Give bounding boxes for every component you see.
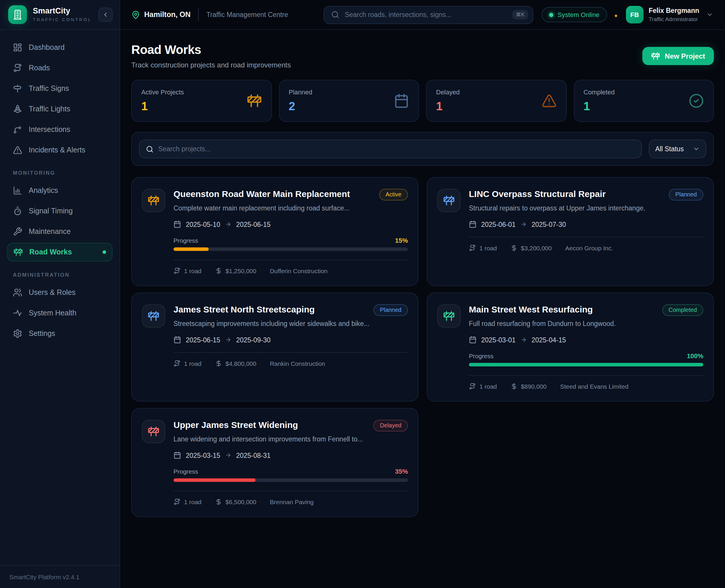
map-pin-icon bbox=[131, 10, 140, 19]
timer-icon bbox=[13, 206, 22, 216]
sidebar-item-label: Users & Roles bbox=[29, 289, 76, 297]
project-description: Streetscaping improvements including wid… bbox=[173, 320, 408, 327]
construction-icon bbox=[437, 189, 461, 212]
roads-count: 1 road bbox=[184, 498, 201, 505]
dollar-icon bbox=[511, 245, 517, 252]
sidebar-item-dashboard[interactable]: Dashboard bbox=[7, 38, 112, 57]
sidebar-item-intersections[interactable]: Intersections bbox=[7, 120, 112, 139]
stat-value: 1 bbox=[436, 100, 460, 113]
sidebar-section-administration: ADMINISTRATION bbox=[13, 272, 107, 278]
end-date: 2025-07-30 bbox=[532, 221, 566, 228]
status-filter-value: All Status bbox=[655, 145, 684, 152]
location-name: Hamilton, ON bbox=[144, 10, 191, 19]
end-date: 2025-08-31 bbox=[236, 452, 271, 459]
system-status-label: System Online bbox=[557, 11, 599, 18]
chevron-down-icon bbox=[706, 11, 713, 18]
project-dates: 2025-03-01 2025-04-15 bbox=[469, 336, 703, 343]
top-bar: Hamilton, ON Traffic Management Centre ⌘… bbox=[120, 0, 725, 30]
project-card-james-street-north[interactable]: James Street North Streetscaping Planned… bbox=[131, 293, 419, 402]
sidebar-header: SmartCity TRAFFIC CONTROL bbox=[0, 0, 120, 30]
search-icon bbox=[146, 145, 153, 153]
stat-value: 1 bbox=[141, 100, 184, 113]
sidebar-item-label: Settings bbox=[29, 330, 55, 338]
start-date: 2025-03-01 bbox=[481, 336, 516, 343]
sidebar-item-analytics[interactable]: Analytics bbox=[7, 181, 112, 200]
chevron-left-icon bbox=[102, 11, 109, 18]
progress-fill bbox=[173, 247, 209, 251]
sidebar-collapse-button[interactable] bbox=[99, 8, 112, 22]
sidebar-item-road-works[interactable]: Road Works bbox=[7, 243, 112, 261]
dollar-icon bbox=[511, 383, 517, 390]
project-contractor: Brennan Paving bbox=[270, 498, 314, 505]
global-search-input[interactable] bbox=[345, 11, 507, 18]
start-date: 2025-05-10 bbox=[186, 221, 220, 228]
arrow-right-icon bbox=[225, 336, 232, 343]
route-icon bbox=[469, 383, 476, 390]
end-date: 2025-06-15 bbox=[236, 221, 271, 228]
bar-chart-icon bbox=[13, 186, 22, 195]
traffic-cone-icon bbox=[13, 104, 22, 114]
construction-icon bbox=[14, 247, 23, 257]
sidebar-item-traffic-lights[interactable]: Traffic Lights bbox=[7, 100, 112, 119]
brand-tagline: TRAFFIC CONTROL bbox=[33, 17, 92, 23]
sidebar-item-settings[interactable]: Settings bbox=[7, 324, 112, 343]
user-info: Felix Bergmann Traffic Administrator bbox=[648, 7, 699, 22]
project-budget: $6,500,000 bbox=[226, 498, 256, 505]
stat-label: Planned bbox=[289, 88, 313, 96]
sidebar-item-system-health[interactable]: System Health bbox=[7, 304, 112, 322]
sidebar-item-traffic-signs[interactable]: Traffic Signs bbox=[7, 79, 112, 98]
project-card-queenston-road[interactable]: Queenston Road Water Main Replacement Ac… bbox=[131, 177, 419, 286]
dollar-icon bbox=[215, 360, 222, 367]
project-contractor: Dufferin Construction bbox=[270, 267, 328, 274]
stats-row: Active Projects 1 Planned 2 Delayed 1 bbox=[131, 80, 714, 122]
active-indicator-dot bbox=[103, 250, 106, 254]
route-icon bbox=[469, 245, 476, 252]
header-subtitle: Traffic Management Centre bbox=[206, 11, 288, 18]
stat-card-planned: Planned 2 bbox=[279, 80, 419, 122]
project-card-upper-james[interactable]: Upper James Street Widening Delayed Lane… bbox=[131, 408, 419, 517]
progress-percent: 15% bbox=[395, 237, 408, 244]
status-filter-select[interactable]: All Status bbox=[649, 140, 706, 158]
route-icon bbox=[173, 360, 180, 367]
sidebar-item-incidents-alerts[interactable]: Incidents & Alerts bbox=[7, 141, 112, 160]
sidebar-item-maintenance[interactable]: Maintenance bbox=[7, 222, 112, 241]
sidebar-item-label: Traffic Signs bbox=[29, 84, 69, 92]
sidebar-item-users-roles[interactable]: Users & Roles bbox=[7, 283, 112, 302]
arrow-right-icon bbox=[225, 221, 232, 228]
triangle-alert-icon bbox=[541, 93, 556, 108]
project-card-linc-overpass[interactable]: LINC Overpass Structural Repair Planned … bbox=[427, 177, 714, 286]
global-search[interactable]: ⌘K bbox=[323, 5, 533, 24]
sidebar-item-roads[interactable]: Roads bbox=[7, 59, 112, 77]
project-budget: $4,800,000 bbox=[226, 360, 256, 367]
project-meta: 1 road $890,000 Steed and Evans Limited bbox=[469, 383, 703, 390]
sidebar-item-label: Signal Timing bbox=[29, 207, 73, 215]
new-project-button[interactable]: New Project bbox=[643, 47, 714, 65]
brand-block: SmartCity TRAFFIC CONTROL bbox=[33, 7, 92, 23]
card-divider bbox=[173, 352, 408, 353]
user-name: Felix Bergmann bbox=[648, 7, 699, 15]
dollar-icon bbox=[215, 498, 222, 505]
construction-icon bbox=[247, 93, 262, 108]
start-date: 2025-06-15 bbox=[186, 336, 220, 343]
project-card-main-street-west[interactable]: Main Street West Resurfacing Completed F… bbox=[427, 293, 714, 402]
project-search[interactable] bbox=[139, 140, 642, 158]
arrow-right-icon bbox=[225, 452, 232, 458]
project-contractor: Steed and Evans Limited bbox=[560, 383, 628, 390]
project-dates: 2025-03-15 2025-08-31 bbox=[173, 451, 408, 459]
project-budget: $1,250,000 bbox=[226, 267, 256, 274]
sidebar-item-signal-timing[interactable]: Signal Timing bbox=[7, 202, 112, 220]
card-divider bbox=[469, 375, 703, 376]
user-role: Traffic Administrator bbox=[648, 16, 699, 22]
progress-section: Progress 100% bbox=[469, 352, 703, 366]
sidebar-section-monitoring: MONITORING bbox=[13, 170, 107, 176]
roads-count: 1 road bbox=[184, 360, 201, 367]
main-column: Hamilton, ON Traffic Management Centre ⌘… bbox=[120, 0, 725, 588]
progress-fill bbox=[469, 363, 703, 366]
project-title: Main Street West Resurfacing bbox=[469, 304, 593, 315]
project-search-input[interactable] bbox=[158, 145, 635, 152]
user-menu[interactable]: FB Felix Bergmann Traffic Administrator bbox=[626, 6, 713, 23]
card-divider bbox=[469, 237, 703, 237]
project-contractor: Aecon Group Inc. bbox=[565, 245, 613, 252]
stat-card-completed: Completed 1 bbox=[574, 80, 714, 122]
sidebar-nav: Dashboard Roads Traffic Signs Traffic Li… bbox=[0, 30, 120, 565]
